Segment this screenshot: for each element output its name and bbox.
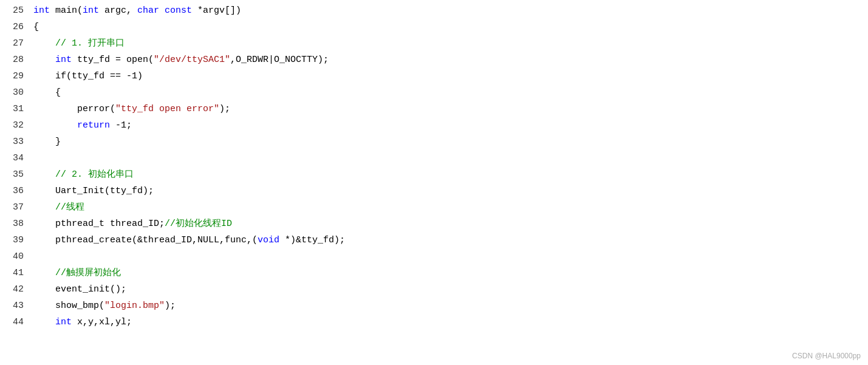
code-line: 31 perror("tty_fd open error");	[0, 101, 868, 117]
line-number: 26	[0, 19, 33, 35]
code-line: 30 {	[0, 84, 868, 101]
line-number: 44	[0, 314, 33, 330]
line-content: int tty_fd = open("/dev/ttySAC1",O_RDWR|…	[33, 52, 329, 68]
line-content: pthread_create(&thread_ID,NULL,func,(voi…	[33, 232, 345, 248]
line-number: 32	[0, 117, 33, 134]
line-content: show_bmp("login.bmp");	[33, 298, 176, 314]
line-content: event_init();	[33, 281, 126, 298]
line-number: 33	[0, 134, 33, 150]
token-plain: if(tty_fd == -1)	[33, 71, 143, 81]
token-kw: void	[258, 235, 279, 245]
token-kw: int	[33, 5, 50, 16]
code-line: 40	[0, 248, 868, 265]
token-plain	[33, 268, 55, 278]
code-line: 42 event_init();	[0, 281, 868, 298]
code-line: 39 pthread_create(&thread_ID,NULL,func,(…	[0, 232, 868, 248]
token-plain	[33, 317, 55, 327]
code-editor: 25int main(int argc, char const *argv[])…	[0, 0, 868, 365]
watermark: CSDN @HAL9000pp	[792, 352, 861, 360]
token-plain: pthread_t thread_ID;	[33, 219, 165, 229]
line-content: }	[33, 134, 61, 150]
code-line: 27 // 1. 打开串口	[0, 35, 868, 52]
token-plain: event_init();	[33, 284, 126, 295]
line-number: 39	[0, 232, 33, 248]
line-number: 38	[0, 216, 33, 232]
line-number: 34	[0, 150, 33, 166]
code-line: 34	[0, 150, 868, 166]
line-content: Uart_Init(tty_fd);	[33, 183, 154, 199]
code-line: 32 return -1;	[0, 117, 868, 134]
token-kw: int	[55, 317, 72, 327]
token-plain: *argv[])	[192, 5, 241, 16]
token-plain: x,y,xl,yl;	[72, 317, 132, 327]
token-plain: );	[219, 104, 230, 114]
token-str: "login.bmp"	[104, 301, 165, 311]
token-plain: perror(	[33, 104, 115, 114]
line-number: 42	[0, 281, 33, 298]
token-plain	[159, 5, 165, 16]
token-plain: pthread_create(&thread_ID,NULL,func,(	[33, 235, 258, 245]
token-kw: int	[83, 5, 99, 16]
token-plain: }	[33, 137, 61, 147]
code-line: 43 show_bmp("login.bmp");	[0, 298, 868, 314]
token-kw: int	[55, 55, 72, 65]
token-plain	[33, 202, 55, 213]
line-content: perror("tty_fd open error");	[33, 101, 230, 117]
line-number: 37	[0, 199, 33, 216]
token-plain: tty_fd = open(	[72, 55, 154, 65]
line-number: 40	[0, 248, 33, 265]
line-number: 28	[0, 52, 33, 68]
code-line: 33 }	[0, 134, 868, 150]
token-plain	[33, 120, 77, 131]
line-content: //线程	[33, 199, 84, 216]
code-line: 29 if(tty_fd == -1)	[0, 68, 868, 84]
line-number: 41	[0, 265, 33, 281]
code-line: 36 Uart_Init(tty_fd);	[0, 183, 868, 199]
token-kw: char	[137, 5, 159, 16]
token-comment: //线程	[55, 202, 84, 213]
line-content: int main(int argc, char const *argv[])	[33, 2, 241, 19]
token-comment: //初始化线程ID	[165, 219, 232, 229]
token-str: "tty_fd open error"	[115, 104, 219, 114]
token-plain: );	[165, 301, 176, 311]
line-number: 36	[0, 183, 33, 199]
token-plain: Uart_Init(tty_fd);	[33, 186, 154, 196]
line-number: 25	[0, 2, 33, 19]
line-content: {	[33, 19, 39, 35]
token-plain: main(	[50, 5, 83, 16]
line-number: 30	[0, 84, 33, 101]
token-plain: {	[33, 87, 61, 98]
line-content: pthread_t thread_ID;//初始化线程ID	[33, 216, 232, 232]
line-content: // 2. 初始化串口	[33, 166, 134, 183]
code-line: 38 pthread_t thread_ID;//初始化线程ID	[0, 216, 868, 232]
token-plain	[33, 55, 55, 65]
line-content: int x,y,xl,yl;	[33, 314, 132, 330]
line-content: if(tty_fd == -1)	[33, 68, 143, 84]
token-comment: // 1. 打开串口	[55, 38, 125, 49]
code-lines-container: 25int main(int argc, char const *argv[])…	[0, 2, 868, 330]
token-kw: return	[77, 120, 110, 131]
code-line: 41 //触摸屏初始化	[0, 265, 868, 281]
token-plain	[33, 38, 55, 49]
code-line: 35 // 2. 初始化串口	[0, 166, 868, 183]
line-content	[33, 248, 39, 265]
token-plain: show_bmp(	[33, 301, 104, 311]
code-line: 44 int x,y,xl,yl;	[0, 314, 868, 330]
code-line: 28 int tty_fd = open("/dev/ttySAC1",O_RD…	[0, 52, 868, 68]
token-plain: -1;	[110, 120, 132, 131]
line-number: 43	[0, 298, 33, 314]
code-line: 26{	[0, 19, 868, 35]
line-number: 31	[0, 101, 33, 117]
code-line: 37 //线程	[0, 199, 868, 216]
line-content: {	[33, 84, 61, 101]
code-line: 25int main(int argc, char const *argv[])	[0, 2, 868, 19]
token-plain: *)&tty_fd);	[279, 235, 345, 245]
token-plain: argc,	[99, 5, 137, 16]
line-content: return -1;	[33, 117, 132, 134]
line-number: 35	[0, 166, 33, 183]
line-number: 29	[0, 68, 33, 84]
token-comment: // 2. 初始化串口	[55, 169, 134, 180]
token-plain: ,O_RDWR|O_NOCTTY);	[230, 55, 329, 65]
line-number: 27	[0, 35, 33, 52]
token-kw: const	[165, 5, 192, 16]
